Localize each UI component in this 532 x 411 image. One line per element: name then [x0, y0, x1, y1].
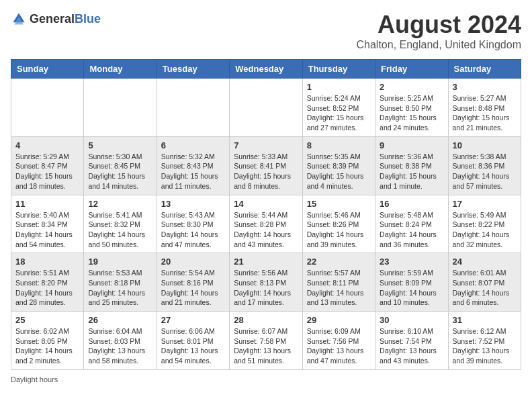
table-row [84, 79, 157, 137]
table-row: 24Sunrise: 6:01 AM Sunset: 8:07 PM Dayli… [448, 253, 521, 312]
day-info: Sunrise: 6:01 AM Sunset: 8:07 PM Dayligh… [453, 268, 517, 308]
day-info: Sunrise: 5:41 AM Sunset: 8:32 PM Dayligh… [88, 210, 152, 250]
page-header: GeneralBlue August 2024 Chalton, England… [11, 11, 521, 51]
day-info: Sunrise: 5:30 AM Sunset: 8:45 PM Dayligh… [88, 152, 152, 191]
day-number: 4 [15, 140, 79, 150]
day-number: 18 [15, 257, 79, 267]
day-number: 11 [15, 199, 79, 209]
day-info: Sunrise: 5:46 AM Sunset: 8:26 PM Dayligh… [307, 210, 371, 250]
col-monday: Monday [84, 60, 157, 79]
day-info: Sunrise: 5:24 AM Sunset: 8:52 PM Dayligh… [307, 93, 371, 133]
table-row [157, 79, 229, 137]
day-info: Sunrise: 6:10 AM Sunset: 7:54 PM Dayligh… [380, 326, 443, 366]
table-row: 21Sunrise: 5:56 AM Sunset: 8:13 PM Dayli… [230, 253, 302, 312]
day-info: Sunrise: 5:38 AM Sunset: 8:36 PM Dayligh… [453, 152, 517, 191]
day-info: Sunrise: 5:29 AM Sunset: 8:47 PM Dayligh… [15, 152, 79, 191]
logo-blue: Blue [75, 12, 101, 26]
day-info: Sunrise: 6:09 AM Sunset: 7:56 PM Dayligh… [307, 326, 371, 366]
day-info: Sunrise: 5:35 AM Sunset: 8:39 PM Dayligh… [307, 152, 371, 191]
table-row: 18Sunrise: 5:51 AM Sunset: 8:20 PM Dayli… [11, 253, 84, 312]
table-row: 6Sunrise: 5:32 AM Sunset: 8:43 PM Daylig… [157, 136, 229, 195]
day-info: Sunrise: 5:54 AM Sunset: 8:16 PM Dayligh… [161, 268, 225, 308]
day-number: 21 [234, 257, 298, 267]
calendar-week-row: 25Sunrise: 6:02 AM Sunset: 8:05 PM Dayli… [11, 312, 521, 370]
day-number: 3 [453, 82, 517, 92]
table-row: 1Sunrise: 5:24 AM Sunset: 8:52 PM Daylig… [302, 79, 375, 137]
day-info: Sunrise: 5:57 AM Sunset: 8:11 PM Dayligh… [307, 268, 371, 308]
day-info: Sunrise: 6:12 AM Sunset: 7:52 PM Dayligh… [453, 326, 517, 366]
calendar-week-row: 11Sunrise: 5:40 AM Sunset: 8:34 PM Dayli… [11, 195, 521, 253]
logo: GeneralBlue [11, 11, 101, 27]
logo-text: GeneralBlue [30, 12, 101, 26]
day-number: 30 [380, 315, 443, 325]
table-row: 30Sunrise: 6:10 AM Sunset: 7:54 PM Dayli… [375, 312, 448, 370]
day-number: 15 [307, 199, 371, 209]
title-block: August 2024 Chalton, England, United Kin… [357, 11, 522, 51]
table-row: 4Sunrise: 5:29 AM Sunset: 8:47 PM Daylig… [11, 136, 84, 195]
table-row: 29Sunrise: 6:09 AM Sunset: 7:56 PM Dayli… [302, 312, 375, 370]
col-thursday: Thursday [302, 60, 375, 79]
logo-icon [11, 11, 27, 27]
table-row: 16Sunrise: 5:48 AM Sunset: 8:24 PM Dayli… [375, 195, 448, 253]
table-row: 14Sunrise: 5:44 AM Sunset: 8:28 PM Dayli… [230, 195, 302, 253]
calendar-subtitle: Chalton, England, United Kingdom [357, 39, 522, 51]
col-friday: Friday [375, 60, 448, 79]
day-number: 5 [88, 140, 152, 150]
day-number: 31 [453, 315, 517, 325]
calendar-table: Sunday Monday Tuesday Wednesday Thursday… [11, 59, 521, 370]
table-row: 5Sunrise: 5:30 AM Sunset: 8:45 PM Daylig… [84, 136, 157, 195]
col-wednesday: Wednesday [230, 60, 302, 79]
day-number: 1 [307, 82, 371, 92]
col-sunday: Sunday [11, 60, 84, 79]
footer-note: Daylight hours [11, 375, 521, 383]
day-info: Sunrise: 6:02 AM Sunset: 8:05 PM Dayligh… [15, 326, 79, 366]
day-info: Sunrise: 5:36 AM Sunset: 8:38 PM Dayligh… [380, 152, 443, 191]
day-number: 24 [453, 257, 517, 267]
day-number: 16 [380, 199, 443, 209]
table-row [230, 79, 302, 137]
day-number: 27 [161, 315, 225, 325]
table-row: 12Sunrise: 5:41 AM Sunset: 8:32 PM Dayli… [84, 195, 157, 253]
table-row: 25Sunrise: 6:02 AM Sunset: 8:05 PM Dayli… [11, 312, 84, 370]
day-info: Sunrise: 6:04 AM Sunset: 8:03 PM Dayligh… [88, 326, 152, 366]
day-number: 26 [88, 315, 152, 325]
table-row: 11Sunrise: 5:40 AM Sunset: 8:34 PM Dayli… [11, 195, 84, 253]
day-info: Sunrise: 5:33 AM Sunset: 8:41 PM Dayligh… [234, 152, 298, 191]
day-number: 17 [453, 199, 517, 209]
table-row: 8Sunrise: 5:35 AM Sunset: 8:39 PM Daylig… [302, 136, 375, 195]
day-number: 7 [234, 140, 298, 150]
day-info: Sunrise: 5:53 AM Sunset: 8:18 PM Dayligh… [88, 268, 152, 308]
day-number: 8 [307, 140, 371, 150]
day-info: Sunrise: 6:07 AM Sunset: 7:58 PM Dayligh… [234, 326, 298, 366]
day-info: Sunrise: 5:56 AM Sunset: 8:13 PM Dayligh… [234, 268, 298, 308]
day-number: 23 [380, 257, 443, 267]
table-row: 20Sunrise: 5:54 AM Sunset: 8:16 PM Dayli… [157, 253, 229, 312]
day-info: Sunrise: 5:48 AM Sunset: 8:24 PM Dayligh… [380, 210, 443, 250]
day-number: 6 [161, 140, 225, 150]
calendar-header-row: Sunday Monday Tuesday Wednesday Thursday… [11, 60, 521, 79]
day-info: Sunrise: 5:43 AM Sunset: 8:30 PM Dayligh… [161, 210, 225, 250]
calendar-title: August 2024 [357, 11, 522, 39]
day-number: 2 [380, 82, 443, 92]
day-info: Sunrise: 5:25 AM Sunset: 8:50 PM Dayligh… [380, 93, 443, 133]
col-tuesday: Tuesday [157, 60, 229, 79]
table-row: 15Sunrise: 5:46 AM Sunset: 8:26 PM Dayli… [302, 195, 375, 253]
calendar-week-row: 4Sunrise: 5:29 AM Sunset: 8:47 PM Daylig… [11, 136, 521, 195]
day-info: Sunrise: 5:44 AM Sunset: 8:28 PM Dayligh… [234, 210, 298, 250]
day-number: 29 [307, 315, 371, 325]
table-row: 27Sunrise: 6:06 AM Sunset: 8:01 PM Dayli… [157, 312, 229, 370]
day-number: 9 [380, 140, 443, 150]
day-info: Sunrise: 6:06 AM Sunset: 8:01 PM Dayligh… [161, 326, 225, 366]
table-row: 22Sunrise: 5:57 AM Sunset: 8:11 PM Dayli… [302, 253, 375, 312]
table-row [11, 79, 84, 137]
table-row: 19Sunrise: 5:53 AM Sunset: 8:18 PM Dayli… [84, 253, 157, 312]
day-number: 12 [88, 199, 152, 209]
table-row: 2Sunrise: 5:25 AM Sunset: 8:50 PM Daylig… [375, 79, 448, 137]
day-info: Sunrise: 5:27 AM Sunset: 8:48 PM Dayligh… [453, 93, 517, 133]
table-row: 7Sunrise: 5:33 AM Sunset: 8:41 PM Daylig… [230, 136, 302, 195]
day-number: 10 [453, 140, 517, 150]
day-info: Sunrise: 5:49 AM Sunset: 8:22 PM Dayligh… [453, 210, 517, 250]
table-row: 10Sunrise: 5:38 AM Sunset: 8:36 PM Dayli… [448, 136, 521, 195]
logo-general: General [30, 12, 75, 26]
table-row: 13Sunrise: 5:43 AM Sunset: 8:30 PM Dayli… [157, 195, 229, 253]
